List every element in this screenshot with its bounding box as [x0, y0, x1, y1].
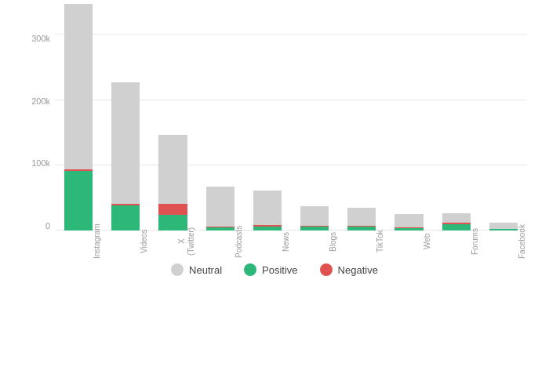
bar-group [480, 34, 527, 230]
neutral-segment [394, 214, 423, 227]
x-axis-label: Blogs [291, 230, 338, 252]
bar-group [102, 34, 149, 230]
bar-group [55, 34, 102, 230]
positive-segment [442, 224, 471, 230]
neutral-segment [206, 187, 235, 227]
neutral-segment [64, 4, 93, 169]
y-axis-label: 100k [31, 159, 50, 168]
x-labels: InstagramVideosX (Twitter)PodcastsNewsBl… [55, 230, 527, 254]
x-axis-label: X (Twitter) [149, 230, 196, 252]
x-axis-label: News [244, 230, 291, 252]
bar-group [149, 34, 196, 230]
bars-row [55, 34, 527, 230]
chart-area: 300k200k100k0 InstagramVideosX (Twitter)… [22, 34, 527, 254]
chart-container: 300k200k100k0 InstagramVideosX (Twitter)… [22, 34, 527, 276]
x-axis-label: Facebook [480, 230, 527, 252]
bar-group [338, 34, 385, 230]
neutral-segment [111, 82, 140, 204]
legend-color-dot [171, 263, 184, 276]
y-axis-label: 300k [31, 34, 50, 43]
neutral-segment [300, 206, 329, 226]
positive-segment [64, 171, 93, 230]
neutral-segment [442, 213, 471, 223]
neutral-segment [253, 191, 282, 225]
positive-segment [111, 205, 140, 230]
neutral-segment [347, 208, 376, 226]
legend-item: Negative [320, 263, 378, 276]
x-axis-label: Videos [102, 230, 149, 252]
x-axis-label: Instagram [55, 230, 102, 252]
legend-label: Positive [262, 264, 298, 276]
legend-item: Positive [244, 263, 298, 276]
bar-group [291, 34, 338, 230]
legend-label: Negative [338, 264, 378, 276]
x-axis-label: Web [385, 230, 432, 252]
x-axis-label: Forums [433, 230, 480, 252]
legend-color-dot [244, 263, 256, 276]
x-axis-label: Podcasts [197, 230, 244, 252]
bar-group [244, 34, 291, 230]
y-axis-label: 200k [31, 97, 50, 106]
legend-item: Neutral [171, 263, 222, 276]
legend: NeutralPositiveNegative [22, 263, 527, 276]
neutral-segment [489, 223, 518, 229]
negative-segment [158, 204, 187, 215]
y-axis: 300k200k100k0 [22, 34, 55, 230]
x-axis-label: TikTok [338, 230, 385, 252]
plot-area [55, 34, 527, 230]
bar-group [385, 34, 432, 230]
y-axis-label: 0 [45, 222, 50, 230]
bar-group [197, 34, 244, 230]
neutral-segment [158, 135, 187, 204]
bar-group [433, 34, 480, 230]
legend-color-dot [320, 263, 333, 276]
legend-label: Neutral [189, 264, 222, 276]
